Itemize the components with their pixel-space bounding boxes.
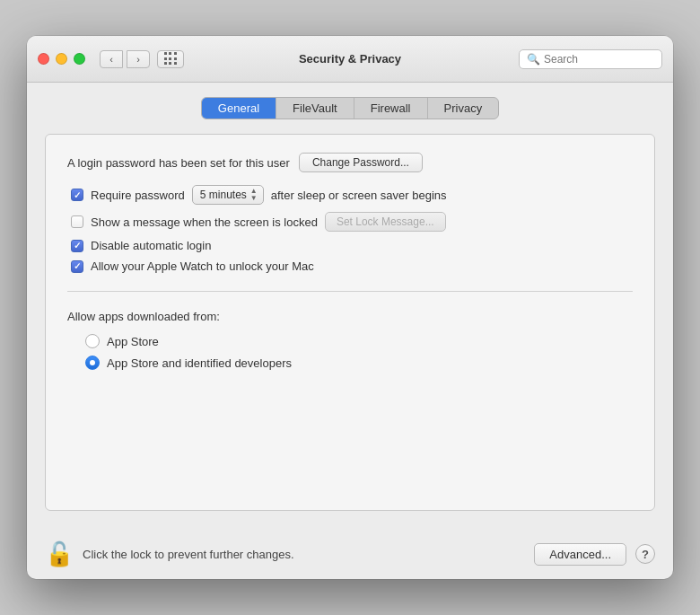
content-area: General FileVault Firewall Privacy A log… (27, 83, 673, 529)
radio-appstore-identified[interactable] (85, 356, 100, 370)
password-info-label: A login password has been set for this u… (67, 156, 290, 170)
radio-appstore-row: App Store (85, 334, 633, 348)
password-row: A login password has been set for this u… (67, 153, 633, 172)
radio-appstore[interactable] (85, 334, 100, 348)
maximize-button[interactable] (74, 53, 85, 65)
grid-view-button[interactable] (157, 50, 184, 68)
main-window: ‹ › Security & Privacy 🔍 General FileVau… (27, 36, 673, 579)
tab-firewall[interactable]: Firewall (354, 98, 428, 119)
show-message-label: Show a message when the screen is locked (91, 215, 318, 229)
search-bar[interactable]: 🔍 (519, 49, 662, 69)
tab-filevault[interactable]: FileVault (276, 98, 354, 119)
require-password-label-after: after sleep or screen saver begins (271, 189, 447, 202)
section-divider (67, 291, 633, 292)
forward-button[interactable]: › (127, 50, 150, 68)
tab-group: General FileVault Firewall Privacy (201, 97, 499, 119)
require-password-row: Require password 5 minutes ▲▼ after slee… (71, 185, 633, 205)
apple-watch-row: Allow your Apple Watch to unlock your Ma… (71, 259, 633, 273)
change-password-button[interactable]: Change Password... (299, 153, 423, 172)
allow-apps-label: Allow apps downloaded from: (67, 310, 633, 323)
advanced-button[interactable]: Advanced... (534, 543, 626, 566)
radio-appstore-identified-row: App Store and identified developers (85, 356, 633, 370)
lock-button[interactable]: 🔓 (45, 540, 74, 568)
search-input[interactable] (544, 53, 654, 66)
show-message-checkbox[interactable] (71, 215, 83, 228)
settings-panel: A login password has been set for this u… (45, 134, 655, 511)
traffic-lights (38, 53, 85, 65)
set-lock-message-button[interactable]: Set Lock Message... (325, 212, 446, 232)
grid-icon (164, 52, 178, 66)
titlebar: ‹ › Security & Privacy 🔍 (27, 36, 673, 83)
back-button[interactable]: ‹ (100, 50, 123, 68)
tab-bar: General FileVault Firewall Privacy (45, 97, 655, 119)
nav-buttons: ‹ › (100, 50, 150, 68)
dropdown-arrows-icon: ▲▼ (250, 188, 258, 202)
minimize-button[interactable] (56, 53, 67, 65)
require-password-label-before: Require password (91, 189, 185, 202)
search-icon: 🔍 (527, 53, 540, 66)
disable-autologin-label: Disable automatic login (91, 239, 211, 252)
radio-appstore-identified-label: App Store and identified developers (107, 356, 292, 370)
disable-autologin-checkbox[interactable] (71, 240, 83, 252)
bottom-bar: 🔓 Click the lock to prevent further chan… (27, 529, 673, 579)
disable-autologin-row: Disable automatic login (71, 239, 633, 252)
lock-status-text: Click the lock to prevent further change… (83, 548, 525, 561)
tab-general[interactable]: General (202, 98, 276, 119)
dropdown-value: 5 minutes (200, 189, 247, 201)
apple-watch-label: Allow your Apple Watch to unlock your Ma… (91, 259, 314, 273)
apple-watch-checkbox[interactable] (71, 260, 83, 273)
show-message-row: Show a message when the screen is locked… (71, 212, 633, 232)
radio-appstore-label: App Store (107, 335, 159, 348)
require-password-checkbox[interactable] (71, 189, 83, 201)
help-button[interactable]: ? (635, 544, 655, 564)
lock-icon: 🔓 (45, 540, 74, 568)
tab-privacy[interactable]: Privacy (428, 98, 499, 119)
close-button[interactable] (38, 53, 49, 65)
password-timeout-dropdown[interactable]: 5 minutes ▲▼ (192, 185, 264, 205)
window-title: Security & Privacy (299, 52, 401, 66)
